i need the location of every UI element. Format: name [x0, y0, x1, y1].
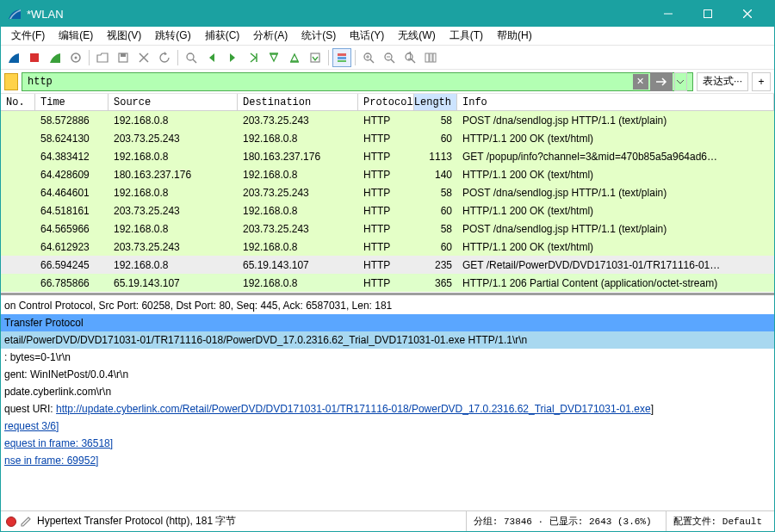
request-uri-link[interactable]: http://update.cyberlink.com/Retail/Power… — [56, 403, 651, 415]
cell-len: 58 — [414, 187, 457, 199]
filter-bookmark-icon[interactable] — [4, 73, 18, 90]
svg-line-26 — [391, 59, 394, 63]
packet-row[interactable]: 64.612923203.73.25.243192.168.0.8HTTP60H… — [1, 238, 774, 256]
column-time[interactable]: Time — [35, 94, 108, 110]
minimize-button[interactable] — [648, 1, 688, 27]
menu-item[interactable]: 工具(T) — [444, 27, 488, 45]
add-filter-button[interactable]: + — [752, 72, 771, 91]
cell-proto: HTTP — [358, 114, 414, 127]
auto-scroll-icon[interactable] — [306, 48, 325, 67]
packet-row[interactable]: 66.594245192.168.0.865.19.143.107HTTP235… — [1, 256, 774, 274]
expression-label: 表达式··· — [703, 74, 742, 89]
detail-line[interactable]: nse in frame: 69952] — [1, 452, 774, 469]
edit-icon[interactable] — [20, 516, 32, 528]
cell-proto: HTTP — [358, 223, 414, 235]
packet-row[interactable]: 64.518161203.73.25.243192.168.0.8HTTP60H… — [1, 201, 774, 220]
zoom-in-icon[interactable] — [359, 48, 378, 67]
packet-list-body[interactable]: 58.572886192.168.0.8203.73.25.243HTTP58P… — [1, 111, 774, 292]
packet-details-pane[interactable]: on Control Protocol, Src Port: 60258, Ds… — [1, 294, 774, 510]
go-last-icon[interactable] — [285, 48, 304, 67]
maximize-button[interactable] — [688, 1, 728, 27]
filter-text[interactable] — [28, 76, 633, 88]
packet-row[interactable]: 66.78586665.19.143.107192.168.0.8HTTP365… — [1, 274, 774, 292]
menu-item[interactable]: 编辑(E) — [53, 27, 98, 45]
column-info[interactable]: Info — [457, 94, 774, 110]
go-first-icon[interactable] — [264, 48, 283, 67]
restart-capture-icon[interactable] — [46, 48, 65, 67]
packet-row[interactable]: 64.565966192.168.0.8203.73.25.243HTTP58P… — [1, 220, 774, 238]
cell-dst: 180.163.237.176 — [238, 151, 358, 163]
packet-list-pane[interactable]: No. Time Source Destination Protocol Len… — [1, 94, 774, 294]
column-destination[interactable]: Destination — [238, 94, 358, 110]
cell-dst: 192.168.0.8 — [238, 277, 358, 289]
stop-capture-icon[interactable] — [25, 48, 44, 67]
filter-history-icon[interactable] — [674, 72, 687, 91]
go-to-packet-icon[interactable] — [244, 48, 263, 67]
detail-line[interactable]: gent: WinINetPost/0.0.4\r\n — [1, 366, 774, 383]
expert-info-icon[interactable] — [6, 517, 16, 527]
colorize-icon[interactable] — [332, 48, 351, 67]
find-packet-icon[interactable] — [182, 48, 201, 67]
cell-src: 203.73.25.243 — [108, 205, 238, 217]
menu-item[interactable]: 帮助(H) — [492, 27, 537, 45]
reload-icon[interactable] — [155, 48, 174, 67]
go-forward-icon[interactable] — [223, 48, 242, 67]
display-filter-input[interactable]: ✕ — [22, 72, 693, 91]
cell-info: HTTP/1.1 200 OK (text/html) — [457, 241, 774, 253]
packet-row[interactable]: 64.383412192.168.0.8180.163.237.176HTTP1… — [1, 147, 774, 165]
detail-line[interactable]: quest URI: http://update.cyberlink.com/R… — [1, 400, 774, 418]
packet-list-header[interactable]: No. Time Source Destination Protocol Len… — [1, 94, 774, 111]
column-protocol[interactable]: Protocol — [358, 94, 414, 110]
close-file-icon[interactable] — [134, 48, 153, 67]
open-file-icon[interactable] — [93, 48, 112, 67]
cell-src: 192.168.0.8 — [108, 151, 238, 163]
detail-line-selected[interactable]: Transfer Protocol — [1, 314, 774, 331]
cell-len: 1113 — [414, 151, 457, 163]
menu-item[interactable]: 视图(V) — [102, 27, 146, 45]
toolbar: 1 — [1, 46, 774, 70]
start-capture-icon[interactable] — [4, 48, 23, 67]
detail-link[interactable]: equest in frame: 36518] — [4, 437, 113, 449]
detail-line[interactable]: equest in frame: 36518] — [1, 435, 774, 452]
packet-row[interactable]: 58.624130203.73.25.243192.168.0.8HTTP60H… — [1, 129, 774, 147]
detail-line[interactable]: on Control Protocol, Src Port: 60258, Ds… — [1, 297, 774, 314]
menu-item[interactable]: 无线(W) — [393, 27, 440, 45]
clear-filter-icon[interactable]: ✕ — [633, 74, 648, 90]
column-length[interactable]: Length — [414, 94, 457, 110]
cell-time: 64.383412 — [35, 151, 108, 163]
packet-row[interactable]: 64.428609180.163.237.176192.168.0.8HTTP1… — [1, 165, 774, 183]
capture-options-icon[interactable] — [66, 48, 85, 67]
zoom-reset-icon[interactable]: 1 — [400, 48, 419, 67]
close-button[interactable] — [728, 1, 767, 27]
column-no[interactable]: No. — [1, 94, 35, 110]
menu-item[interactable]: 跳转(G) — [150, 27, 195, 45]
titlebar[interactable]: *WLAN — [1, 1, 774, 27]
menu-item[interactable]: 捕获(C) — [200, 27, 245, 45]
cell-dst: 192.168.0.8 — [238, 133, 358, 145]
menu-item[interactable]: 统计(S) — [296, 27, 341, 45]
status-profile[interactable]: 配置文件: Default — [666, 511, 769, 531]
detail-line[interactable]: etail/PowerDVD/DVD171031-01/TR171116-018… — [1, 331, 774, 349]
apply-filter-icon[interactable] — [650, 72, 673, 91]
go-back-icon[interactable] — [202, 48, 221, 67]
cell-proto: HTTP — [358, 187, 414, 199]
detail-line[interactable]: : bytes=0-1\r\n — [1, 349, 774, 366]
status-packets: 分组: 73846 · 已显示: 2643 (3.6%) — [466, 511, 659, 531]
packet-row[interactable]: 64.464601192.168.0.8203.73.25.243HTTP58P… — [1, 183, 774, 201]
cell-len: 60 — [414, 205, 457, 217]
expression-button[interactable]: 表达式··· — [697, 72, 748, 91]
cell-info: POST /dna/sendlog.jsp HTTP/1.1 (text/pla… — [457, 187, 774, 199]
detail-link[interactable]: nse in frame: 69952] — [4, 455, 98, 467]
menu-item[interactable]: 分析(A) — [248, 27, 293, 45]
zoom-out-icon[interactable] — [380, 48, 399, 67]
column-source[interactable]: Source — [108, 94, 238, 110]
menu-item[interactable]: 电话(Y) — [344, 27, 389, 45]
detail-line[interactable]: request 3/6] — [1, 418, 774, 435]
detail-link[interactable]: request 3/6] — [4, 420, 59, 432]
resize-columns-icon[interactable] — [421, 48, 440, 67]
packet-row[interactable]: 58.572886192.168.0.8203.73.25.243HTTP58P… — [1, 111, 774, 129]
menu-item[interactable]: 文件(F) — [6, 27, 50, 45]
save-file-icon[interactable] — [114, 48, 133, 67]
menubar: 文件(F)编辑(E)视图(V)跳转(G)捕获(C)分析(A)统计(S)电话(Y)… — [1, 27, 774, 46]
detail-line[interactable]: pdate.cyberlink.com\r\n — [1, 383, 774, 400]
